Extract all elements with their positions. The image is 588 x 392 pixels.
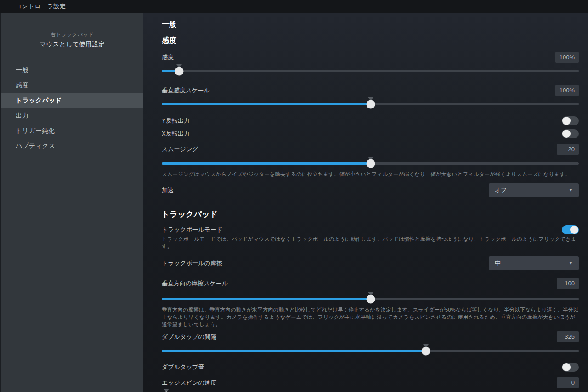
dropdown-selected-value: 中 [495, 259, 501, 267]
edge-spin-speed-label: エッジスピンの速度 [162, 379, 216, 387]
sidebar: 右トラックパッド マウスとして使用設定 一般感度トラックパッド出力トリガー鈍化ハ… [0, 13, 143, 392]
toggle-knob [562, 130, 571, 138]
sidebar-item-4[interactable]: トリガー鈍化 [1, 123, 143, 138]
double-tap-sound-toggle[interactable] [562, 363, 579, 372]
vertical-friction-slider[interactable] [162, 294, 579, 305]
device-label: 右トラックパッド [1, 31, 143, 38]
invert-x-row: X反転出力 [162, 129, 579, 138]
section-heading-sensitivity: 感度 [162, 36, 579, 45]
double-tap-interval-label: ダブルタップの間隔 [162, 333, 216, 341]
sidebar-item-3[interactable]: 出力 [1, 108, 143, 123]
edge-spin-speed-row: エッジスピンの速度 0 [162, 377, 579, 388]
smoothing-description: スムージングはマウスからノイズやジッターを除去するのに役立ちます。値が小さいとフ… [162, 170, 579, 178]
window-title: コントローラ設定 [16, 0, 66, 13]
acceleration-dropdown[interactable]: オフ ▼ [489, 183, 579, 197]
double-tap-sound-row: ダブルタップ音 [162, 363, 579, 372]
double-tap-interval-value: 325 [557, 331, 579, 342]
slider-handle[interactable] [366, 100, 375, 109]
sensitivity-label: 感度 [162, 53, 174, 62]
section-heading-trackpad: トラックパッド [162, 210, 579, 220]
invert-y-label: Y反転出力 [162, 117, 190, 125]
chevron-down-icon: ▼ [569, 188, 573, 193]
vertical-scale-value: 100% [555, 85, 579, 96]
sidebar-menu: 一般感度トラックパッド出力トリガー鈍化ハプティクス [1, 62, 143, 153]
dropdown-selected-value: オフ [495, 186, 507, 194]
slider-handle[interactable] [366, 295, 375, 304]
double-tap-interval-row: ダブルタップの間隔 325 [162, 331, 579, 342]
trackball-friction-label: トラックボールの摩擦 [162, 259, 222, 267]
slider-track[interactable] [162, 70, 579, 72]
sidebar-title: マウスとして使用設定 [1, 40, 143, 49]
sensitivity-slider[interactable] [162, 66, 579, 77]
trackball-friction-dropdown[interactable]: 中 ▼ [489, 256, 579, 270]
invert-y-row: Y反転出力 [162, 116, 579, 125]
smoothing-slider[interactable] [162, 158, 579, 169]
slider-fill [162, 103, 371, 105]
edge-spin-speed-value: 0 [557, 377, 579, 388]
vertical-scale-label: 垂直感度スケール [162, 86, 210, 95]
section-heading-general: 一般 [162, 20, 579, 28]
double-tap-interval-slider[interactable] [162, 346, 579, 357]
slider-handle[interactable] [175, 67, 184, 76]
sidebar-header: 右トラックパッド マウスとして使用設定 [1, 31, 143, 49]
slider-handle[interactable] [366, 159, 375, 168]
titlebar: コントローラ設定 [0, 0, 588, 13]
sidebar-item-0[interactable]: 一般 [1, 62, 143, 78]
double-tap-sound-label: ダブルタップ音 [162, 363, 204, 371]
vertical-friction-value: 100 [557, 278, 579, 289]
acceleration-row: 加速 オフ ▼ [162, 183, 579, 197]
sidebar-item-1[interactable]: 感度 [1, 78, 143, 93]
vertical-friction-description: 垂直方向の摩擦は、垂直方向の動きが水平方向の動きと比較してどれだけ早く停止するか… [162, 306, 579, 328]
slider-handle[interactable] [421, 347, 430, 356]
toggle-knob [562, 363, 571, 371]
trackball-mode-description: トラックボールモードでは、パッドがマウスではなくトラックボールのように動作します… [162, 235, 579, 250]
vertical-scale-row: 垂直感度スケール 100% [162, 85, 579, 96]
smoothing-row: スムージング 20 [162, 144, 579, 155]
toggle-knob [562, 117, 571, 125]
settings-panel: 一般 感度 感度 100% 垂直感度スケール 100% Y反転出力 X反転出力 … [143, 13, 588, 392]
sensitivity-value: 100% [555, 52, 579, 63]
invert-x-label: X反転出力 [162, 130, 190, 138]
chevron-down-icon: ▼ [569, 261, 573, 266]
vertical-friction-label: 垂直方向の摩擦スケール [162, 279, 228, 288]
vertical-scale-slider[interactable] [162, 99, 579, 110]
smoothing-value: 20 [557, 144, 579, 155]
trackball-friction-row: トラックボールの摩擦 中 ▼ [162, 256, 579, 270]
invert-y-toggle[interactable] [562, 116, 579, 125]
slider-fill [162, 298, 371, 300]
edge-spin-speed-slider[interactable] [162, 390, 579, 392]
toggle-knob [570, 226, 578, 234]
slider-fill [162, 162, 371, 165]
trackball-mode-label: トラックボールモード [162, 226, 222, 234]
acceleration-label: 加速 [162, 186, 174, 194]
vertical-friction-row: 垂直方向の摩擦スケール 100 [162, 278, 579, 289]
slider-fill [162, 350, 426, 352]
sidebar-item-2[interactable]: トラックパッド [1, 93, 143, 108]
invert-x-toggle[interactable] [562, 129, 579, 138]
trackball-mode-toggle[interactable] [562, 225, 579, 234]
trackball-mode-row: トラックボールモード [162, 225, 579, 234]
smoothing-label: スムージング [162, 145, 198, 153]
sensitivity-row: 感度 100% [162, 52, 579, 63]
sidebar-item-5[interactable]: ハプティクス [1, 138, 143, 153]
